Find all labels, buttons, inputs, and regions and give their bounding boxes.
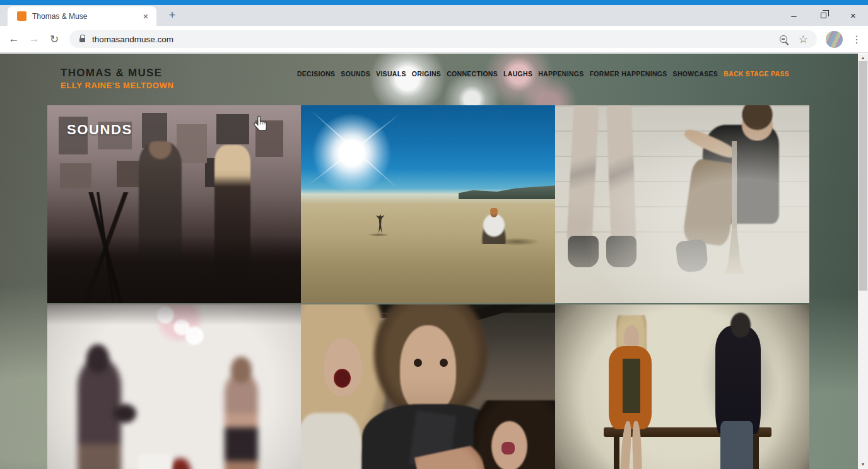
dancer-shadow [367, 233, 390, 236]
gallery-photo-bench-couple[interactable] [555, 304, 809, 469]
gallery-photo-wall-trumpets[interactable] [555, 105, 809, 303]
sun-glow [311, 113, 392, 193]
lock-icon [79, 38, 85, 42]
url-text[interactable]: thomasandmuse.com [92, 35, 173, 44]
nav-item-origins[interactable]: ORIGINS [412, 70, 441, 78]
restore-button[interactable] [809, 5, 838, 26]
gallery-photo-fisheye-faces[interactable] [301, 304, 555, 469]
page-scrollbar[interactable]: ▲ ▼ [858, 54, 868, 469]
nav-item-laughs[interactable]: LAUGHS [503, 70, 532, 78]
nav-item-showcases[interactable]: SHOWCASES [673, 70, 718, 78]
nav-item-sounds[interactable]: SOUNDS [341, 70, 370, 78]
back-icon[interactable]: ← [4, 33, 24, 45]
gallery-photo-beach[interactable] [301, 105, 555, 303]
tab-title: Thomas & Muse [32, 12, 140, 21]
site-favicon [17, 11, 26, 21]
scrollbar-thumb[interactable] [859, 61, 867, 291]
site-subtitle: ELLY RAINE'S MELTDOWN [61, 81, 173, 90]
site-title: THOMAS & MUSE [61, 67, 173, 79]
web-page: THOMAS & MUSE ELLY RAINE'S MELTDOWN DECI… [0, 54, 858, 469]
bokeh-lights [47, 304, 301, 469]
mouse-cursor-hand-icon [254, 115, 268, 132]
dancer-silhouette [376, 214, 385, 234]
reload-icon[interactable]: ↻ [44, 33, 64, 46]
nav-item-former-happenings[interactable]: FORMER HAPPENINGS [590, 70, 667, 78]
restore-icon [821, 13, 826, 18]
photo-grid: SOUNDS [47, 105, 809, 469]
left-woman-mouth [334, 369, 350, 388]
main-nav: DECISIONS SOUNDS VISUALS ORIGINS CONNECT… [297, 70, 789, 78]
gallery-photo-band-rehearsal[interactable]: SOUNDS [47, 105, 301, 303]
tab-strip: Thomas & Muse × + – × [0, 5, 868, 26]
light-haze [555, 105, 809, 303]
left-woman-dress [301, 413, 362, 469]
browser-tab[interactable]: Thomas & Muse × [8, 6, 156, 26]
center-man-eye [440, 359, 448, 367]
nav-item-visuals[interactable]: VISUALS [376, 70, 406, 78]
browser-menu-icon[interactable]: ⋮ [849, 33, 864, 45]
profile-avatar[interactable] [826, 31, 843, 48]
forward-icon[interactable]: → [24, 33, 44, 45]
scroll-down-icon[interactable]: ▼ [858, 460, 868, 469]
nav-item-happenings[interactable]: HAPPENINGS [538, 70, 584, 78]
browser-toolbar: ← → ↻ thomasandmuse.com ☆ ⋮ [0, 26, 868, 53]
gallery-photo-blurred-gallery[interactable] [47, 304, 301, 469]
photo-music-stands [47, 192, 164, 303]
nav-item-connections[interactable]: CONNECTIONS [447, 70, 498, 78]
zoom-search-icon[interactable] [780, 35, 787, 43]
site-header: THOMAS & MUSE ELLY RAINE'S MELTDOWN DECI… [0, 54, 858, 105]
close-button[interactable]: × [838, 5, 868, 26]
new-tab-button[interactable]: + [164, 8, 180, 24]
bookmark-star-icon[interactable]: ☆ [799, 33, 808, 46]
center-man-face [400, 325, 456, 413]
site-brand[interactable]: THOMAS & MUSE ELLY RAINE'S MELTDOWN [61, 67, 173, 90]
right-woman-tongue [501, 442, 514, 455]
window-controls: – × [779, 5, 868, 26]
address-bar[interactable]: thomasandmuse.com ☆ [69, 30, 817, 48]
window-titlebar [0, 0, 868, 5]
tab-close-icon[interactable]: × [140, 11, 151, 21]
minimize-button[interactable]: – [779, 5, 809, 26]
seated-trumpeter-shadow [494, 238, 540, 246]
nav-item-decisions[interactable]: DECISIONS [297, 70, 335, 78]
sounds-overlay-label: SOUNDS [67, 122, 132, 138]
nav-item-back-stage-pass[interactable]: BACK STAGE PASS [724, 70, 789, 78]
photo-vignette [555, 304, 809, 469]
cliffs-silhouette [459, 185, 555, 199]
